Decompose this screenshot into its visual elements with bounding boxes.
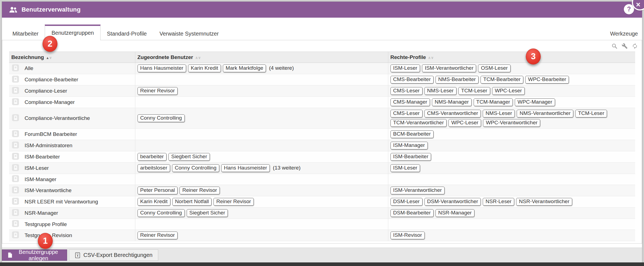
user-chip[interactable]: Reiner Revisor (138, 232, 178, 239)
sort-ascending-icon[interactable]: ▲ (46, 56, 49, 60)
table-row[interactable]: Compliance-LeserReiner RevisorCMS-LeserN… (9, 85, 635, 97)
user-chip[interactable]: Reiner Revisor (213, 198, 254, 206)
table-row[interactable]: ISM-Manager (9, 174, 635, 185)
user-chip[interactable]: Hans Hausmeister (221, 164, 270, 172)
table-row[interactable]: AlleHans HausmeisterKarin KreditMark Mar… (9, 63, 635, 74)
user-chip[interactable]: Reiner Revisor (180, 187, 220, 194)
profile-chip[interactable]: ISM-Leser (390, 65, 420, 72)
profile-chip[interactable]: DSM-Bearbeiter (390, 209, 434, 217)
profile-chip[interactable]: TCM-Bearbeiter (481, 76, 523, 84)
profile-chip[interactable]: TCM-Leser (458, 87, 490, 95)
profile-chip[interactable]: WPC-Leser (448, 119, 481, 127)
callout-number: 1 (43, 236, 47, 246)
group-icon (12, 198, 19, 205)
profile-chip[interactable]: WPC-Verantwortlicher (483, 119, 540, 127)
profile-chip[interactable]: WPC-Manager (515, 98, 555, 106)
profile-chip[interactable]: NMS-Manager (432, 98, 472, 106)
sort-descending-icon[interactable]: ∨ (49, 55, 52, 60)
tab-mitarbeiter[interactable]: Mitarbeiter (6, 27, 45, 40)
profile-chip[interactable]: ISM-Verantwortlicher (422, 65, 476, 72)
wrench-icon[interactable] (622, 43, 628, 49)
profile-chip[interactable]: DSM-Verantwortlicher (424, 198, 481, 206)
user-chip[interactable]: Mark Marktfolge (223, 65, 266, 72)
profile-chip[interactable]: TCM-Verantwortlicher (390, 119, 447, 127)
user-chip[interactable]: Conny Controlling (172, 164, 219, 172)
create-group-label: Benutzergruppe anlegen (15, 249, 61, 262)
tab-standard-profile[interactable]: Standard-Profile (101, 27, 153, 40)
more-users-label[interactable]: (13 weitere) (273, 165, 300, 171)
user-chip[interactable]: Karin Kredit (138, 198, 170, 206)
profile-chip[interactable]: DSM-Leser (390, 198, 423, 206)
table-toolbar (611, 43, 638, 49)
sort-descending-icon[interactable]: ∨ (431, 55, 434, 60)
profile-chip[interactable]: NSR-Leser (483, 198, 514, 206)
user-chip[interactable]: Reiner Revisor (138, 87, 178, 95)
user-chip[interactable]: Conny Controlling (138, 114, 185, 122)
table-row[interactable]: ISM-AdministratorenISM-Manager (9, 140, 635, 151)
profile-chip[interactable]: ISM-Verantwortlicher (390, 187, 445, 194)
user-chip[interactable]: Hans Hausmeister (138, 65, 186, 72)
table-row[interactable]: NSR LESER mit VerantwortungKarin KreditN… (9, 196, 635, 208)
profile-chip[interactable]: WPC-Leser (492, 87, 525, 95)
table-row[interactable]: NSR-ManagerConny ControllingSiegbert Sic… (9, 208, 635, 219)
group-icon (12, 231, 19, 238)
profile-chip[interactable]: BCM-Bearbeiter (390, 130, 434, 138)
profile-chip[interactable]: CMS-Manager (390, 98, 430, 106)
sort-descending-icon[interactable]: ∨ (198, 55, 201, 60)
table-row[interactable]: ISM-BearbeiterbearbeiterSiegbert SicherI… (9, 151, 635, 163)
group-name-label: ISM-Administratoren (25, 143, 72, 148)
profile-chip[interactable]: NMS-Leser (424, 87, 456, 95)
user-chip[interactable]: Siegbert Sicher (168, 153, 210, 161)
user-groups-table: Bezeichnung▲∨ Zugeordnete Benutzer∧∨ Rec… (9, 52, 635, 241)
profile-chip[interactable]: CMS-Leser (390, 110, 423, 117)
profile-chip[interactable]: TCM-Manager (474, 98, 513, 106)
profile-chip[interactable]: NMS-Verantwortlicher (517, 110, 573, 117)
werkzeuge-menu[interactable]: Werkzeuge (610, 27, 642, 40)
profile-chip[interactable]: ISM-Revisor (390, 232, 425, 239)
profile-chip[interactable]: NMS-Bearbeiter (436, 76, 479, 84)
profile-chip[interactable]: NSR-Manager (436, 209, 474, 217)
column-header-bezeichnung[interactable]: Bezeichnung (11, 54, 44, 60)
user-chip[interactable]: Conny Controlling (138, 209, 185, 217)
table-row[interactable]: ISM-LeserarbeitsloserConny ControllingHa… (9, 163, 635, 174)
tab-verwaiste-systemnutzer[interactable]: Verwaiste Systemnutzer (153, 27, 225, 40)
group-icon (12, 220, 19, 227)
sort-ascending-icon[interactable]: ∧ (428, 55, 431, 60)
user-chip[interactable]: Norbert Notfall (172, 198, 212, 206)
table-row[interactable]: Compliance-BearbeiterCMS-BearbeiterNMS-B… (9, 74, 635, 85)
group-icon (12, 87, 19, 94)
profile-chip[interactable]: CMS-Verantwortlicher (424, 110, 481, 117)
table-row[interactable]: Testgruppe Profile (9, 219, 635, 230)
table-row[interactable]: Compliance-VerantwortlicheConny Controll… (9, 108, 635, 129)
profile-chip[interactable]: WPC-Bearbeiter (525, 76, 569, 84)
create-group-button[interactable]: Benutzergruppe anlegen (2, 249, 67, 261)
profile-chip[interactable]: ISM-Manager (390, 142, 428, 149)
user-chip[interactable]: Karin Kredit (188, 65, 221, 72)
profile-chip[interactable]: NMS-Leser (483, 110, 515, 117)
search-icon[interactable] (611, 43, 617, 49)
more-users-label[interactable]: (4 weitere) (269, 65, 294, 71)
profile-chip[interactable]: ISM-Leser (390, 164, 420, 172)
table-row[interactable]: ForumBCM BearbeiterBCM-Bearbeiter (9, 129, 635, 140)
sort-ascending-icon[interactable]: ∧ (195, 55, 198, 60)
refresh-icon[interactable] (632, 43, 638, 49)
user-chip[interactable]: bearbeiter (138, 153, 167, 161)
profile-chip[interactable]: OSM-Leser (478, 65, 510, 72)
table-row[interactable]: Compliance-ManagerCMS-ManagerNMS-Manager… (9, 97, 635, 108)
profile-chip[interactable]: CMS-Bearbeiter (390, 76, 434, 84)
profile-chip[interactable]: ISM-Bearbeiter (390, 153, 431, 161)
csv-export-label: CSV-Export Berechtigungen (83, 252, 152, 258)
profile-chip[interactable]: CMS-Leser (390, 87, 423, 95)
column-header-rechte-profile[interactable]: Rechte-Profile (390, 54, 426, 60)
table-row[interactable]: ISM-VerantwortlichePeter PersonalReiner … (9, 185, 635, 196)
table-row[interactable]: Testgruppe RevisionReiner RevisorISM-Rev… (9, 230, 635, 241)
csv-export-button[interactable]: x CSV-Export Berechtigungen (69, 249, 158, 261)
new-file-icon (8, 252, 12, 258)
user-chip[interactable]: Siegbert Sicher (187, 209, 228, 217)
column-header-zugeordnete-benutzer[interactable]: Zugeordnete Benutzer (138, 54, 193, 60)
profile-chip[interactable]: TCM-Leser (575, 110, 607, 117)
user-chip[interactable]: Peter Personal (138, 187, 178, 194)
group-icon (12, 114, 19, 121)
profile-chip[interactable]: NSR-Verantwortlicher (516, 198, 572, 206)
user-chip[interactable]: arbeitsloser (138, 164, 170, 172)
